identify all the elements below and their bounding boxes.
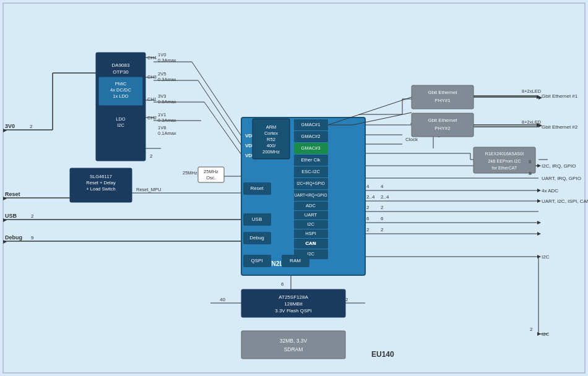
svg-text:I2C: I2C [307, 221, 314, 227]
svg-text:Gbit Ethernet #1: Gbit Ethernet #1 [542, 93, 578, 99]
svg-text:8: 8 [529, 159, 532, 164]
svg-text:GMAC#3: GMAC#3 [301, 145, 321, 151]
svg-text:SLG46117: SLG46117 [90, 174, 112, 179]
svg-text:3.3V Flash QSPI: 3.3V Flash QSPI [275, 308, 312, 314]
svg-text:32MB, 3.3V: 32MB, 3.3V [280, 338, 308, 344]
svg-text:I2C: I2C [542, 254, 550, 260]
svg-text:I2C+IRQ+GPIO: I2C+IRQ+GPIO [296, 181, 325, 186]
svg-text:2..4: 2..4 [366, 194, 375, 200]
svg-text:RAM: RAM [290, 258, 301, 263]
svg-text:2: 2 [150, 153, 153, 159]
svg-text:2: 2 [381, 205, 384, 210]
svg-text:USB: USB [5, 213, 17, 219]
svg-text:Clock: Clock [405, 137, 418, 142]
svg-text:ESC-I2C: ESC-I2C [301, 169, 320, 174]
svg-text:2kB EEProm I2C: 2kB EEProm I2C [488, 159, 521, 163]
svg-text:1V1: 1V1 [158, 112, 166, 118]
svg-text:Debug: Debug [249, 235, 264, 241]
svg-text:USB: USB [252, 216, 262, 222]
svg-text:Gbit Ethernet: Gbit Ethernet [428, 118, 457, 123]
svg-text:200MHz: 200MHz [262, 149, 280, 155]
svg-text:2..4: 2..4 [381, 194, 389, 200]
svg-text:R52: R52 [267, 137, 275, 142]
svg-rect-165 [412, 113, 473, 137]
svg-text:UART, I2C, ISPI, CAN: UART, I2C, ISPI, CAN [542, 199, 588, 204]
svg-text:128MBit: 128MBit [284, 301, 303, 307]
svg-text:+ Load Switch: + Load Switch [86, 186, 115, 192]
svg-text:I2C: I2C [117, 122, 124, 128]
svg-text:8: 8 [529, 171, 532, 176]
svg-text:6: 6 [281, 281, 284, 287]
svg-text:2: 2 [366, 205, 370, 210]
svg-text:R1EX24016ASAS0I: R1EX24016ASAS0I [485, 152, 524, 156]
svg-text:PHY#2: PHY#2 [435, 126, 451, 131]
svg-text:I2C, IRQ, GPIO: I2C, IRQ, GPIO [542, 163, 576, 169]
block-diagram: 3V0 2 Reset USB 2 Debug 9 Reset_MPU 25MH… [0, 0, 588, 376]
svg-text:DA9083: DA9083 [112, 62, 130, 68]
svg-text:3V3: 3V3 [158, 93, 166, 99]
svg-text:6: 6 [366, 216, 370, 221]
svg-text:PHY#1: PHY#1 [435, 98, 451, 103]
svg-text:25MHz: 25MHz [183, 170, 197, 176]
svg-text:2: 2 [30, 124, 33, 129]
svg-text:for EtherCAT: for EtherCAT [492, 166, 517, 170]
svg-text:I2C: I2C [542, 331, 550, 337]
svg-text:6: 6 [381, 216, 384, 221]
svg-text:AT25SF128A: AT25SF128A [279, 294, 308, 300]
svg-text:GMAC#2: GMAC#2 [301, 134, 321, 139]
svg-text:Reset: Reset [5, 191, 20, 197]
svg-text:0.8Amax: 0.8Amax [158, 99, 176, 105]
svg-text:UART: UART [305, 212, 318, 218]
svg-text:PMIC: PMIC [115, 81, 127, 87]
svg-text:Cortex: Cortex [264, 130, 278, 136]
svg-text:2: 2 [381, 227, 384, 233]
svg-text:4x ADC: 4x ADC [542, 188, 558, 194]
svg-text:SDRAM: SDRAM [284, 346, 303, 352]
svg-text:2: 2 [530, 327, 533, 332]
svg-text:OTP30: OTP30 [113, 69, 129, 75]
svg-text:QSPI: QSPI [251, 258, 262, 263]
svg-text:400/: 400/ [267, 143, 277, 148]
svg-text:0.3Amax: 0.3Amax [158, 58, 176, 63]
svg-text:Gbit Ethernet #2: Gbit Ethernet #2 [542, 124, 578, 130]
svg-text:EU140: EU140 [371, 350, 394, 359]
svg-text:CAN: CAN [305, 241, 316, 246]
svg-text:0.3Amax: 0.3Amax [158, 118, 176, 123]
svg-text:CH1: CH1 [147, 96, 157, 102]
svg-text:LDO: LDO [116, 116, 126, 122]
svg-text:1V0: 1V0 [158, 52, 166, 58]
svg-text:UART, IRQ, GPIO: UART, IRQ, GPIO [542, 176, 581, 181]
svg-text:Osc.: Osc. [206, 175, 215, 181]
svg-text:4: 4 [366, 184, 370, 189]
svg-text:1x LDO: 1x LDO [113, 93, 129, 99]
svg-text:Ether Clk: Ether Clk [301, 157, 321, 163]
svg-text:0.1Amax: 0.1Amax [158, 130, 176, 136]
svg-text:2: 2 [31, 213, 34, 219]
svg-text:Debug: Debug [5, 234, 22, 241]
svg-text:9: 9 [31, 235, 34, 241]
svg-text:3V0: 3V0 [5, 123, 15, 129]
svg-text:25MHz: 25MHz [204, 169, 218, 174]
svg-text:0.3Amax: 0.3Amax [158, 77, 176, 82]
svg-text:Reset: Reset [251, 186, 264, 191]
svg-text:40: 40 [220, 297, 225, 302]
svg-text:1V8: 1V8 [158, 125, 166, 130]
svg-rect-162 [412, 85, 473, 109]
svg-rect-176 [241, 331, 345, 359]
svg-text:2: 2 [366, 227, 370, 233]
svg-text:Reset + Delay: Reset + Delay [86, 180, 116, 186]
svg-text:UART+IRQ+GPIO: UART+IRQ+GPIO [295, 193, 327, 198]
svg-text:8+2xLED: 8+2xLED [522, 88, 542, 94]
svg-text:4x DC/DC: 4x DC/DC [110, 87, 131, 93]
svg-text:HSPI: HSPI [305, 231, 316, 236]
svg-text:4: 4 [381, 184, 384, 189]
svg-text:GMAC#1: GMAC#1 [301, 122, 321, 127]
svg-text:ADC: ADC [306, 203, 316, 208]
svg-text:2: 2 [345, 297, 348, 302]
svg-text:Gbit Ethernet: Gbit Ethernet [428, 90, 457, 95]
svg-text:2V5: 2V5 [158, 71, 166, 77]
svg-text:ARM: ARM [266, 124, 277, 130]
svg-text:Reset_MPU: Reset_MPU [136, 187, 161, 192]
